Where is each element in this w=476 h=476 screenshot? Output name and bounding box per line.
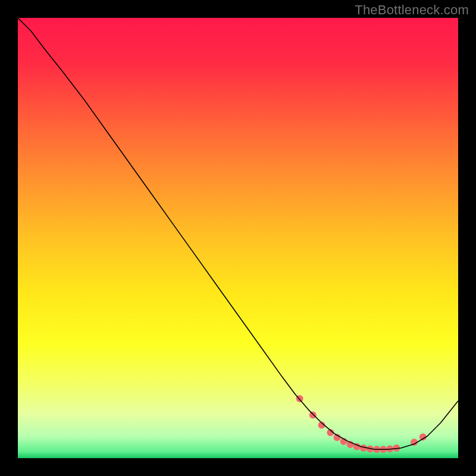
chart-frame: TheBottleneck.com — [0, 0, 476, 476]
plot-area — [18, 18, 458, 458]
watermark-text: TheBottleneck.com — [355, 2, 469, 18]
curve-layer — [18, 18, 458, 458]
